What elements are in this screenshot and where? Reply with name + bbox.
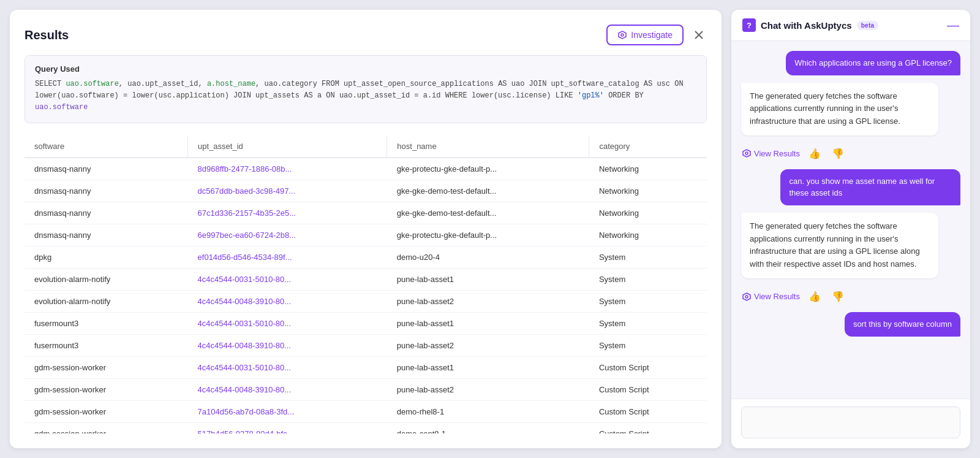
thumbs-up-button[interactable]: 👍 <box>806 145 823 162</box>
svg-marker-0 <box>619 31 626 39</box>
bot-message: The generated query fetches the software… <box>741 213 938 278</box>
table-row: evolution-alarm-notify4c4c4544-0031-5010… <box>24 268 707 290</box>
cell-asset-id[interactable]: ef014d56-d546-4534-89f... <box>188 246 387 268</box>
chat-input[interactable] <box>741 406 960 438</box>
svg-point-7 <box>745 296 748 298</box>
cell-asset-id[interactable]: 4c4c4544-0048-3910-80... <box>188 334 387 356</box>
bot-message: The generated query fetches the software… <box>741 83 938 135</box>
user-message: can. you show me asset name as well for … <box>780 169 960 205</box>
chat-title: Chat with AskUptycs <box>761 20 852 31</box>
table-row: gdm-session-worker4c4c4544-0048-3910-80.… <box>24 378 707 400</box>
results-table-container: software upt_asset_id host_name category… <box>24 135 707 433</box>
table-row: fusermount34c4c4544-0031-5010-80...pune-… <box>24 312 707 334</box>
cell-asset-id[interactable]: 4c4c4544-0031-5010-80... <box>188 356 387 378</box>
cell-host-name: pune-lab-asset1 <box>387 356 589 378</box>
message-actions: View Results👍👎 <box>741 145 960 162</box>
cell-category: Custom Script <box>589 356 707 378</box>
cell-software: dnsmasq-nanny <box>24 202 188 224</box>
cell-host-name: pune-lab-asset2 <box>387 378 589 400</box>
thumbs-down-button[interactable]: 👎 <box>829 288 846 305</box>
results-title: Results <box>24 28 69 42</box>
table-row: gdm-session-worker7a104d56-ab7d-08a8-3fd… <box>24 400 707 422</box>
svg-point-5 <box>745 152 748 155</box>
table-row: dnsmasq-nannydc567ddb-baed-3c98-497...gk… <box>24 180 707 202</box>
close-icon <box>693 29 704 40</box>
cell-category: Networking <box>589 180 707 202</box>
thumbs-up-button[interactable]: 👍 <box>806 288 823 305</box>
cell-category: Networking <box>589 202 707 224</box>
investigate-button[interactable]: Investigate <box>606 25 684 45</box>
beta-badge: beta <box>857 21 879 30</box>
view-results-button[interactable]: View Results <box>742 289 800 303</box>
cell-host-name: pune-lab-asset1 <box>387 268 589 290</box>
cell-category: Networking <box>589 224 707 246</box>
cell-asset-id[interactable]: 4c4c4544-0048-3910-80... <box>188 378 387 400</box>
results-icon <box>742 292 751 301</box>
cell-category: Custom Script <box>589 422 707 433</box>
message-actions: View Results👍👎 <box>741 288 960 305</box>
cell-category: System <box>589 290 707 312</box>
close-button[interactable] <box>691 27 707 43</box>
query-box: Query Used SELECT uao.software, uao.upt_… <box>24 55 707 123</box>
cell-software: dnsmasq-nanny <box>24 224 188 246</box>
table-header-row: software upt_asset_id host_name category <box>24 135 707 158</box>
cell-host-name: gke-gke-demo-test-default... <box>387 202 589 224</box>
cell-asset-id[interactable]: 8d968ffb-2477-1886-08b... <box>188 158 387 180</box>
cell-host-name: demo-cent8-1 <box>387 422 589 433</box>
table-body: dnsmasq-nanny8d968ffb-2477-1886-08b...gk… <box>24 158 707 433</box>
cell-asset-id[interactable]: 67c1d336-2157-4b35-2e5... <box>188 202 387 224</box>
table-row: evolution-alarm-notify4c4c4544-0048-3910… <box>24 290 707 312</box>
col-header-software[interactable]: software <box>24 135 188 158</box>
cell-host-name: demo-u20-4 <box>387 246 589 268</box>
cell-category: System <box>589 246 707 268</box>
cell-category: System <box>589 312 707 334</box>
cell-asset-id[interactable]: 7a104d56-ab7d-08a8-3fd... <box>188 400 387 422</box>
svg-marker-4 <box>743 150 750 157</box>
chat-brand-icon: ? <box>742 18 756 32</box>
svg-marker-6 <box>743 293 750 300</box>
minimize-button[interactable]: — <box>947 19 959 31</box>
results-header: Results Investigate <box>24 25 707 45</box>
cell-software: dnsmasq-nanny <box>24 158 188 180</box>
col-header-host-name[interactable]: host_name <box>387 135 589 158</box>
cell-software: gdm-session-worker <box>24 400 188 422</box>
cell-category: System <box>589 334 707 356</box>
user-message: Which applications are using a GPL licen… <box>786 51 960 75</box>
cell-asset-id[interactable]: 517b4d56-9378-80d4-bfe... <box>188 422 387 433</box>
cell-software: gdm-session-worker <box>24 422 188 433</box>
cell-software: gdm-session-worker <box>24 378 188 400</box>
table-row: gdm-session-worker4c4c4544-0031-5010-80.… <box>24 356 707 378</box>
table-row: dnsmasq-nanny6e997bec-ea60-6724-2b8...gk… <box>24 224 707 246</box>
table-row: gdm-session-worker517b4d56-9378-80d4-bfe… <box>24 422 707 433</box>
table-row: dnsmasq-nanny8d968ffb-2477-1886-08b...gk… <box>24 158 707 180</box>
cell-asset-id[interactable]: 6e997bec-ea60-6724-2b8... <box>188 224 387 246</box>
results-icon <box>742 149 751 158</box>
col-header-category[interactable]: category <box>589 135 707 158</box>
cell-asset-id[interactable]: 4c4c4544-0031-5010-80... <box>188 268 387 290</box>
chat-input-area <box>731 399 970 448</box>
cell-software: fusermount3 <box>24 312 188 334</box>
cell-software: dpkg <box>24 246 188 268</box>
cell-host-name: gke-gke-demo-test-default... <box>387 180 589 202</box>
svg-point-1 <box>621 34 624 36</box>
thumbs-down-button[interactable]: 👎 <box>829 145 846 162</box>
cell-host-name: gke-protectu-gke-default-p... <box>387 158 589 180</box>
table-row: fusermount34c4c4544-0048-3910-80...pune-… <box>24 334 707 356</box>
results-table: software upt_asset_id host_name category… <box>24 135 707 433</box>
chat-header-left: ? Chat with AskUptycs beta <box>742 18 878 32</box>
cell-category: System <box>589 268 707 290</box>
user-message: sort this by software column <box>845 312 960 337</box>
cell-category: Custom Script <box>589 400 707 422</box>
view-results-button[interactable]: View Results <box>742 147 800 161</box>
cell-asset-id[interactable]: 4c4c4544-0048-3910-80... <box>188 290 387 312</box>
chat-panel: ? Chat with AskUptycs beta — Which appli… <box>731 10 970 448</box>
chat-messages: Which applications are using a GPL licen… <box>731 41 970 399</box>
chat-header: ? Chat with AskUptycs beta — <box>731 10 970 41</box>
col-header-upt-asset-id[interactable]: upt_asset_id <box>188 135 387 158</box>
cell-category: Custom Script <box>589 378 707 400</box>
query-text: SELECT uao.software, uao.upt_asset_id, a… <box>35 78 696 114</box>
query-label: Query Used <box>35 64 696 74</box>
cell-asset-id[interactable]: 4c4c4544-0031-5010-80... <box>188 312 387 334</box>
cell-asset-id[interactable]: dc567ddb-baed-3c98-497... <box>188 180 387 202</box>
investigate-icon <box>617 30 627 40</box>
